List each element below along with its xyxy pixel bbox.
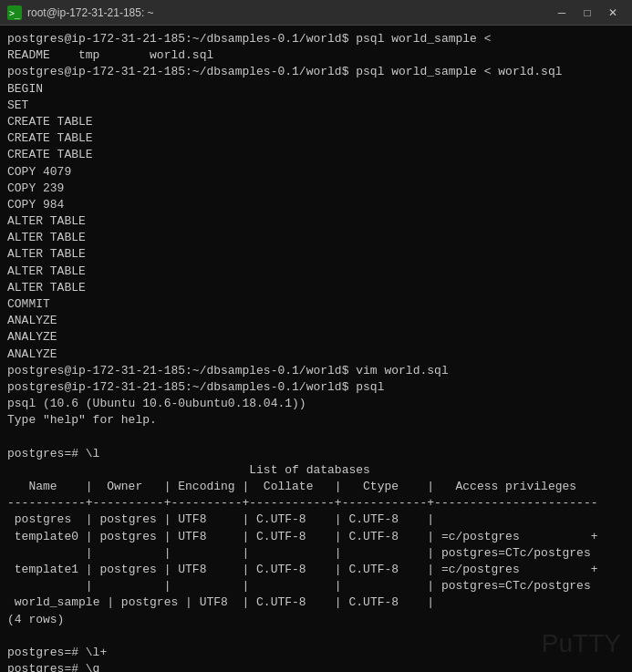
terminal-icon: >_ [7, 5, 22, 20]
close-button[interactable]: ✕ [601, 4, 625, 22]
window-controls: ─ □ ✕ [550, 4, 625, 22]
terminal-window[interactable]: postgres@ip-172-31-21-185:~/dbsamples-0.… [0, 26, 632, 672]
title-bar-left: >_ root@ip-172-31-21-185: ~ [7, 5, 154, 20]
maximize-button[interactable]: □ [575, 4, 599, 22]
title-bar: >_ root@ip-172-31-21-185: ~ ─ □ ✕ [0, 0, 632, 26]
minimize-button[interactable]: ─ [550, 4, 574, 22]
terminal-output: postgres@ip-172-31-21-185:~/dbsamples-0.… [7, 31, 625, 672]
svg-text:>_: >_ [9, 8, 21, 19]
window-title: root@ip-172-31-21-185: ~ [27, 6, 154, 19]
